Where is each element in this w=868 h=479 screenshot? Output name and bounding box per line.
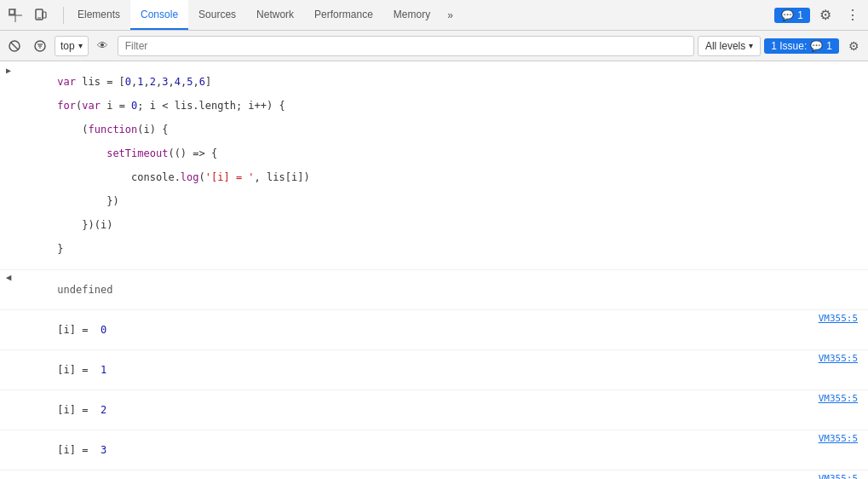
source-link-0[interactable]: VM355:5 xyxy=(819,311,868,324)
comment-icon: 💬 xyxy=(781,9,794,21)
more-options-button[interactable]: ⋮ xyxy=(841,3,865,27)
output-row-0: [i] = 0 VM355:5 xyxy=(0,310,868,350)
output-text-3: [i] = 3 xyxy=(17,431,819,469)
output-row-2: [i] = 2 VM355:5 xyxy=(0,390,868,430)
issues-badge[interactable]: 1 Issue: 💬 1 xyxy=(764,38,839,54)
expand-arrow[interactable]: ▶ xyxy=(0,63,17,75)
issue-comment-icon: 💬 xyxy=(810,40,823,52)
settings-button[interactable]: ⚙ xyxy=(813,3,837,27)
context-selector[interactable]: top ▾ xyxy=(55,36,89,56)
output-text-0: [i] = 0 xyxy=(17,311,819,349)
more-vert-icon: ⋮ xyxy=(846,7,859,23)
filter-toggle-button[interactable] xyxy=(29,35,51,57)
output-row-3: [i] = 3 VM355:5 xyxy=(0,430,868,470)
console-toolbar: top ▾ 👁 All levels ▾ 1 Issue: 💬 1 ⚙ xyxy=(0,31,868,61)
output-text-4: [i] = 4 xyxy=(17,471,819,479)
output-row-1: [i] = 1 VM355:5 xyxy=(0,350,868,390)
context-chevron-icon: ▾ xyxy=(78,41,83,50)
source-link-1[interactable]: VM355:5 xyxy=(819,351,868,364)
tab-network[interactable]: Network xyxy=(246,0,304,30)
more-tabs-button[interactable]: » xyxy=(440,0,460,30)
tab-performance[interactable]: Performance xyxy=(304,0,383,30)
svg-rect-4 xyxy=(43,12,46,18)
gear-icon: ⚙ xyxy=(819,7,831,23)
svg-rect-0 xyxy=(9,9,14,14)
clear-console-button[interactable] xyxy=(3,35,26,57)
issues-gear-icon: ⚙ xyxy=(848,39,859,53)
main-tabs: Elements Console Sources Network Perform… xyxy=(67,0,460,30)
notification-badge[interactable]: 💬 1 xyxy=(774,8,810,23)
svg-line-7 xyxy=(11,43,18,49)
output-arrow-left: ◀ xyxy=(0,271,17,283)
output-text-1: [i] = 1 xyxy=(17,351,819,389)
tab-bar-right: 💬 1 ⚙ ⋮ xyxy=(774,3,865,27)
eye-button[interactable]: 👁 xyxy=(92,35,114,57)
tab-bar-divider xyxy=(63,7,64,24)
tab-elements[interactable]: Elements xyxy=(67,0,130,30)
tab-console[interactable]: Console xyxy=(130,0,188,30)
console-output: ▶ var lis = [0,1,2,3,4,5,6] for(var i = … xyxy=(0,61,868,479)
tab-bar: Elements Console Sources Network Perform… xyxy=(0,0,868,31)
source-link-3[interactable]: VM355:5 xyxy=(819,431,868,444)
eye-icon: 👁 xyxy=(97,39,108,52)
inspect-icon[interactable] xyxy=(3,3,27,27)
output-row-4: [i] = 4 VM355:5 xyxy=(0,470,868,479)
devtools-icons xyxy=(3,3,53,27)
issues-settings-button[interactable]: ⚙ xyxy=(842,35,865,57)
source-link-2[interactable]: VM355:5 xyxy=(819,391,868,404)
log-levels-selector[interactable]: All levels ▾ xyxy=(698,36,761,56)
filter-input[interactable] xyxy=(118,36,694,56)
code-content: var lis = [0,1,2,3,4,5,6] for(var i = 0;… xyxy=(17,63,868,268)
device-toggle-icon[interactable] xyxy=(29,3,53,27)
undefined-text: undefined xyxy=(17,271,868,309)
output-text-2: [i] = 2 xyxy=(17,391,819,429)
source-link-4[interactable]: VM355:5 xyxy=(819,471,868,479)
undefined-output: ◀ undefined xyxy=(0,270,868,310)
tab-sources[interactable]: Sources xyxy=(188,0,246,30)
tab-memory[interactable]: Memory xyxy=(383,0,440,30)
console-code-block: ▶ var lis = [0,1,2,3,4,5,6] for(var i = … xyxy=(0,61,868,270)
levels-chevron-icon: ▾ xyxy=(749,41,753,50)
